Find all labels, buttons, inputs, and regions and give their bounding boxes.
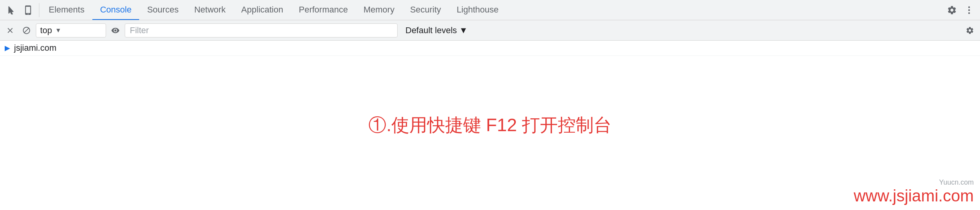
default-levels-chevron: ▼ (459, 25, 468, 36)
inspect-element-button[interactable] (3, 3, 19, 17)
tab-application[interactable]: Application (234, 0, 291, 20)
devtools-container: Elements Console Sources Network Applica… (0, 0, 980, 210)
main-content: ▶ jsjiami.com ①.使用快捷键 F12 打开控制台 Yuucn.co… (0, 41, 980, 210)
watermark-small-text: Yuucn.com (939, 178, 974, 187)
tab-memory[interactable]: Memory (356, 0, 402, 20)
toolbar-right-icons (944, 3, 977, 17)
center-instruction-text: ①.使用快捷键 F12 打开控制台 (368, 113, 612, 137)
svg-point-0 (968, 6, 970, 8)
tab-security[interactable]: Security (402, 0, 449, 20)
tab-lighthouse[interactable]: Lighthouse (449, 0, 506, 20)
eye-icon (111, 26, 120, 35)
default-levels-button[interactable]: Default levels ▼ (400, 23, 473, 37)
tab-sources[interactable]: Sources (139, 0, 186, 20)
clear-icon (6, 26, 14, 35)
tab-network[interactable]: Network (186, 0, 234, 20)
settings-button[interactable] (944, 3, 960, 17)
watermark-large-text: www.jsjiami.com (854, 187, 974, 205)
tab-console[interactable]: Console (92, 0, 140, 20)
eye-button[interactable] (108, 23, 122, 37)
block-icon (22, 26, 31, 35)
secondary-toolbar-right (963, 23, 977, 37)
console-entry: ▶ jsjiami.com (0, 41, 980, 56)
gear-icon (947, 5, 957, 15)
cursor-icon (6, 5, 16, 15)
top-toolbar: Elements Console Sources Network Applica… (0, 0, 980, 20)
more-vertical-icon (964, 5, 974, 15)
chevron-down-icon: ▼ (55, 27, 62, 34)
tab-elements[interactable]: Elements (41, 0, 92, 20)
console-url-text: jsjiami.com (14, 43, 57, 53)
console-arrow-icon: ▶ (5, 44, 10, 52)
more-options-button[interactable] (961, 3, 977, 17)
gear-small-icon (966, 26, 974, 35)
tab-performance[interactable]: Performance (291, 0, 356, 20)
context-selector-text: top (40, 25, 52, 36)
secondary-toolbar: top ▼ Default levels ▼ (0, 20, 980, 41)
watermark: Yuucn.com www.jsjiami.com (854, 178, 974, 205)
svg-point-1 (968, 9, 970, 11)
clear-console-button[interactable] (3, 23, 17, 37)
block-icon-button[interactable] (19, 23, 34, 37)
device-toolbar-button[interactable] (20, 3, 36, 17)
filter-input[interactable] (125, 23, 398, 37)
svg-point-2 (968, 12, 970, 14)
toolbar-left-icons (3, 3, 39, 17)
secondary-settings-button[interactable] (963, 23, 977, 37)
device-icon (23, 5, 33, 15)
context-selector[interactable]: top ▼ (36, 23, 106, 37)
tabs-list: Elements Console Sources Network Applica… (41, 0, 944, 20)
default-levels-label: Default levels (405, 25, 457, 36)
